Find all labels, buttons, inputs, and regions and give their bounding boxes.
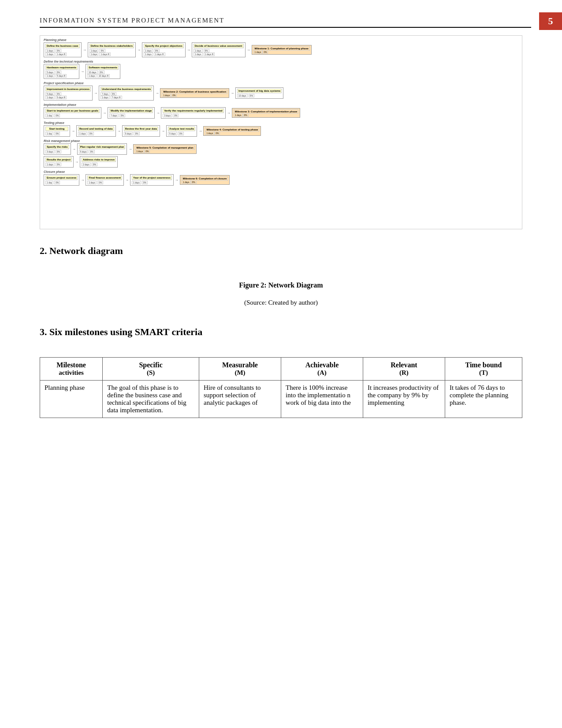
th-relevant: Relevant (R): [363, 358, 445, 381]
cell-milestone-1: Planning phase: [40, 381, 103, 418]
header-title: INFORMATION SYSTEM PROJECT MANAGEMENT: [40, 17, 224, 24]
gantt-content: Planning phase Define the business case …: [40, 36, 522, 229]
th-milestone: Milestone activities: [40, 358, 103, 381]
section2-heading: 2. Network diagram: [40, 245, 123, 257]
gantt-diagram: Planning phase Define the business case …: [40, 35, 522, 229]
smart-table-container: Milestone activities Specific (S) Measur…: [40, 357, 522, 418]
cell-timebound-1: It takes of 76 days to complete the plan…: [445, 381, 522, 418]
figure-source: (Source: Created by author): [0, 299, 562, 306]
cell-relevant-1: It increases productivity of the company…: [363, 381, 445, 418]
table-row: Planning phase The goal of this phase is…: [40, 381, 522, 418]
page-header: INFORMATION SYSTEM PROJECT MANAGEMENT: [40, 17, 531, 28]
cell-measurable-1: Hire of consultants to support selection…: [199, 381, 281, 418]
section3-heading: 3. Six milestones using SMART criteria: [40, 326, 202, 338]
cell-achievable-1: There is 100% increase into the implemen…: [281, 381, 363, 418]
th-achievable: Achievable (A): [281, 358, 363, 381]
th-timebound: Time bound (T): [445, 358, 522, 381]
th-measurable: Measurable (M): [199, 358, 281, 381]
cell-specific-1: The goal of this phase is to define the …: [103, 381, 199, 418]
page-number: 5: [539, 12, 562, 30]
figure-caption: Figure 2: Network Diagram: [0, 281, 562, 289]
th-specific: Specific (S): [103, 358, 199, 381]
smart-table: Milestone activities Specific (S) Measur…: [40, 357, 522, 418]
